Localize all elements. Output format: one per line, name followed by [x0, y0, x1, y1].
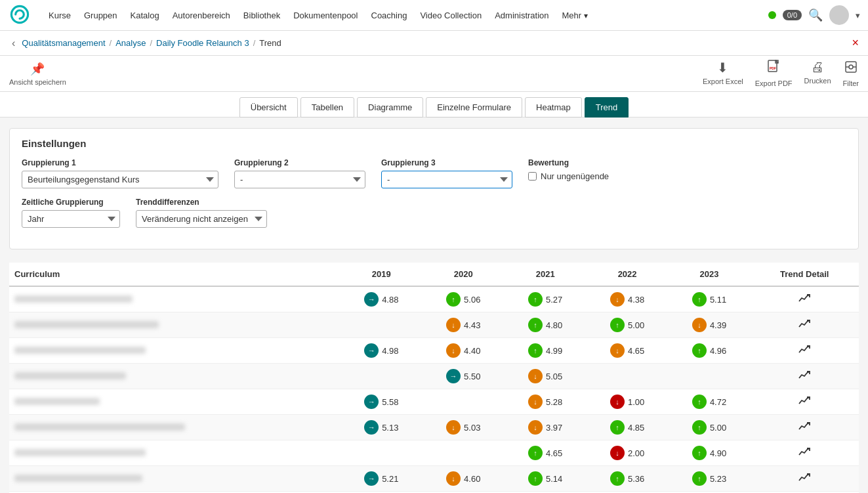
trenddifferenzen-select[interactable]: Veränderung nicht anzeigen Absolut Proze… — [136, 210, 267, 228]
tab-diagramme[interactable]: Diagramme — [357, 97, 423, 118]
score-cell-y2023 — [669, 364, 751, 389]
nav-bibliothek[interactable]: Bibliothek — [238, 7, 285, 24]
score-value: 5.03 — [464, 423, 480, 433]
trend-detail-icon[interactable] — [798, 473, 810, 484]
filter-icon — [844, 60, 858, 77]
svg-text:PDF: PDF — [770, 66, 776, 70]
score-badge: ↓ — [692, 318, 707, 332]
trend-detail-cell[interactable] — [751, 286, 859, 312]
nav-administration[interactable]: Administration — [489, 7, 554, 24]
score-badge: ↑ — [528, 343, 543, 358]
breadcrumb-daily-foodle[interactable]: Daily Foodle Relaunch 3 — [156, 38, 249, 48]
score-value: 4.99 — [546, 346, 562, 356]
breadcrumb-analyse[interactable]: Analyse — [115, 38, 146, 48]
trend-detail-icon[interactable] — [798, 396, 810, 407]
avatar[interactable] — [829, 5, 849, 25]
col-2023: 2023 — [669, 263, 751, 286]
trend-detail-cell[interactable] — [751, 389, 859, 415]
trend-detail-cell[interactable] — [751, 338, 859, 364]
online-indicator — [768, 11, 776, 19]
score-cell-y2020: →5.50 — [423, 364, 505, 389]
score-value: 5.23 — [710, 474, 726, 484]
nav-coaching[interactable]: Coaching — [366, 7, 413, 24]
tab-ubersicht[interactable]: Übersicht — [239, 97, 298, 118]
score-cell-y2020: ↓4.60 — [423, 466, 505, 492]
settings-title: Einstellungen — [22, 138, 846, 149]
settings-panel: Einstellungen Gruppierung 1 Beurteilungs… — [9, 128, 859, 249]
table-row: →4.88↑5.06↑5.27↓4.38↑5.11 — [9, 286, 859, 312]
score-value: 5.11 — [710, 295, 726, 305]
trend-detail-icon[interactable] — [798, 447, 810, 458]
filter-label: Filter — [843, 79, 859, 87]
toolbar: 📌 Ansicht speichern ⬇ Export Excel PDF E… — [0, 56, 868, 92]
logo[interactable] — [8, 3, 31, 28]
trend-detail-cell[interactable] — [751, 415, 859, 440]
nav-katalog[interactable]: Katalog — [125, 7, 165, 24]
trend-detail-cell[interactable] — [751, 466, 859, 492]
svg-point-4 — [849, 65, 853, 69]
trend-detail-cell[interactable] — [751, 312, 859, 338]
score-value: 5.58 — [382, 397, 398, 407]
nav-gruppen[interactable]: Gruppen — [79, 7, 123, 24]
nav-autorenbereich[interactable]: Autorenbereich — [167, 7, 236, 24]
gruppierung2-select[interactable]: - Option A — [234, 171, 365, 188]
score-cell-y2022: ↓4.65 — [587, 338, 669, 364]
score-cell-y2022: ↓4.38 — [587, 286, 669, 312]
curriculum-name — [9, 338, 341, 364]
score-value: 4.85 — [628, 423, 644, 433]
trend-detail-cell[interactable] — [751, 440, 859, 466]
tab-heatmap[interactable]: Heatmap — [525, 97, 582, 118]
score-value: 5.13 — [382, 423, 398, 433]
score-badge: ↓ — [446, 471, 461, 486]
trend-detail-icon[interactable] — [798, 293, 810, 305]
breadcrumb-qualitaetsmanagement[interactable]: Qualitätsmanagement — [22, 38, 105, 48]
table-row: →5.58↓5.28↓1.00↑4.72 — [9, 389, 859, 415]
tab-trend[interactable]: Trend — [585, 97, 629, 118]
filter-button[interactable]: Filter — [843, 60, 859, 87]
table-header-row: Curriculum 2019 2020 2021 2022 2023 Tren… — [9, 263, 859, 286]
nav-dokumentenpool[interactable]: Dokumentenpool — [288, 7, 363, 24]
col-trend-detail: Trend Detail — [751, 263, 859, 286]
print-label: Drucken — [804, 77, 831, 85]
score-cell-y2019 — [341, 312, 423, 338]
nav-mehr[interactable]: Mehr ▾ — [557, 7, 593, 24]
nur-ungenugende-row: Nur ungenügende — [528, 171, 609, 181]
gruppierung3-select[interactable]: - Option A — [381, 171, 512, 188]
nav-kurse[interactable]: Kurse — [43, 7, 76, 24]
tab-tabellen[interactable]: Tabellen — [300, 97, 354, 118]
score-cell-y2019: →5.58 — [341, 389, 423, 415]
save-view-button[interactable]: 📌 Ansicht speichern — [9, 62, 66, 86]
export-excel-button[interactable]: ⬇ Export Excel — [703, 60, 743, 87]
zeitliche-gruppierung-select[interactable]: Jahr Monat Quartal — [22, 210, 120, 228]
score-badge: ↑ — [610, 420, 625, 435]
nav-video-collection[interactable]: Video Collection — [415, 7, 487, 24]
score-badge: ↓ — [446, 420, 461, 435]
trend-detail-icon[interactable] — [798, 421, 810, 433]
trend-detail-icon[interactable] — [798, 319, 810, 330]
curriculum-name — [9, 466, 341, 492]
score-badge: → — [364, 471, 379, 486]
score-cell-y2020: ↓5.03 — [423, 415, 505, 440]
score-value: 4.40 — [464, 346, 480, 356]
close-button[interactable]: × — [852, 36, 859, 50]
user-menu-arrow[interactable]: ▾ — [856, 11, 860, 20]
trend-detail-cell[interactable] — [751, 364, 859, 389]
tab-einzelne-formulare[interactable]: Einzelne Formulare — [426, 97, 522, 118]
bewertung-label: Bewertung — [528, 158, 609, 167]
nur-ungenugende-checkbox[interactable] — [528, 172, 537, 181]
score-badge: ↓ — [528, 395, 543, 409]
search-icon[interactable]: 🔍 — [808, 8, 823, 22]
nur-ungenugende-label[interactable]: Nur ungenügende — [541, 171, 609, 181]
trend-detail-icon[interactable] — [798, 370, 810, 381]
score-badge: ↓ — [446, 318, 461, 332]
trend-detail-icon[interactable] — [798, 345, 810, 356]
gruppierung1-select[interactable]: Beurteilungsgegenstand Kurs - — [22, 171, 218, 188]
score-value: 4.60 — [464, 474, 480, 484]
export-pdf-button[interactable]: PDF Export PDF — [755, 60, 793, 87]
print-button[interactable]: 🖨 Drucken — [804, 60, 831, 87]
score-cell-y2022: ↓1.00 — [587, 389, 669, 415]
score-value: 1.00 — [628, 397, 644, 407]
back-button[interactable]: ‹ — [9, 35, 18, 52]
score-value: 4.65 — [546, 448, 562, 458]
breadcrumb: ‹ Qualitätsmanagement / Analyse / Daily … — [0, 31, 868, 56]
